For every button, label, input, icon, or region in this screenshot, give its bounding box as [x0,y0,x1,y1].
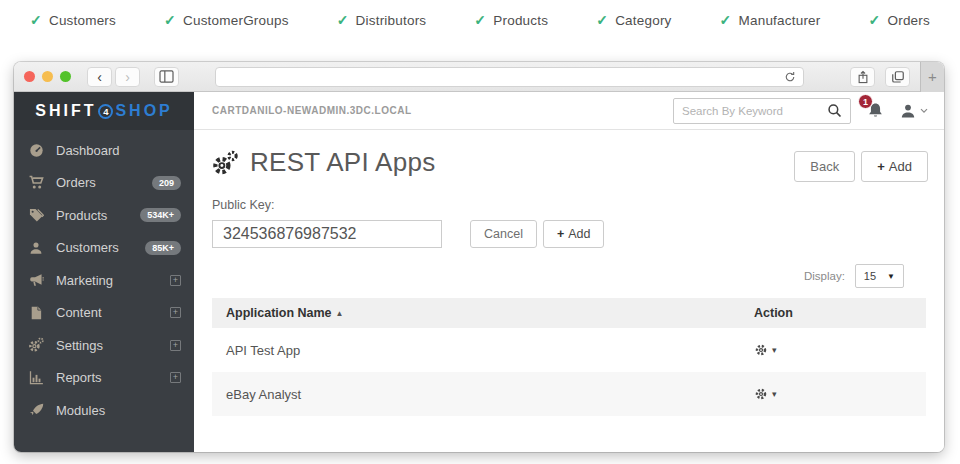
gear-icon [754,343,768,357]
notifications-button[interactable]: 1 [867,102,884,119]
sidebar-item-modules[interactable]: Modules [14,394,194,427]
check-icon: ✓ [164,12,176,28]
search-icon[interactable] [827,103,842,118]
check-icon: ✓ [30,12,42,28]
check-icon: ✓ [337,12,349,28]
entity-checklist-ribbon: ✓ Customers ✓ CustomerGroups ✓ Distribut… [0,0,960,40]
toolbar-right-buttons [850,67,910,87]
title-actions: Back +Add [794,151,928,182]
nav-buttons: ‹ › [87,67,140,87]
confirm-add-button[interactable]: +Add [543,220,605,248]
bar-chart-icon [27,370,45,385]
sidebar-item-label: Modules [56,403,181,418]
row-action-dropdown[interactable]: ▾ [754,343,926,357]
refresh-icon[interactable] [784,71,796,83]
main-panel: CARTDANILO-NEWADMIN.3DC.LOCAL 1 [194,92,944,452]
page-title-row: REST API Apps Back +Add [194,130,944,188]
header-right-cluster: 1 [673,98,928,124]
sidebar-item-label: Dashboard [56,143,181,158]
chevron-down-icon [920,108,928,114]
expand-plus-icon[interactable]: + [170,372,181,383]
cogs-title-icon [212,150,238,176]
expand-plus-icon[interactable]: + [170,275,181,286]
user-icon [27,241,45,255]
column-header-application-name[interactable]: Application Name ▲ [212,306,754,320]
cancel-button[interactable]: Cancel [470,220,537,248]
check-icon: ✓ [720,12,732,28]
products-count-badge: 534K+ [140,208,181,222]
sidebar-item-label: Content [56,305,159,320]
sidebar-item-marketing[interactable]: Marketing + [14,264,194,297]
ribbon-label: Products [493,13,548,28]
shift4shop-logo[interactable]: SHIFT 4 SHOP [14,92,194,130]
check-icon: ✓ [474,12,486,28]
sort-asc-icon: ▲ [336,309,344,318]
sidebar-item-settings[interactable]: Settings + [14,329,194,362]
public-key-input[interactable] [212,220,442,248]
plus-icon: + [557,227,564,241]
close-window-button[interactable] [24,71,35,82]
browser-window: ‹ › [14,62,944,452]
document-icon [27,306,45,320]
gear-icon [754,387,768,401]
sidebar-item-customers[interactable]: Customers 85K+ [14,232,194,265]
cart-icon [27,175,45,190]
sidebar-item-label: Products [56,208,129,223]
sidebar-item-products[interactable]: Products 534K+ [14,199,194,232]
zoom-window-button[interactable] [60,71,71,82]
back-button[interactable]: Back [794,151,855,182]
sidebar-item-content[interactable]: Content + [14,297,194,330]
forward-nav-button[interactable]: › [115,67,140,87]
tab-overview-button[interactable] [885,67,910,87]
sidebar-item-reports[interactable]: Reports + [14,362,194,395]
sidebar-toggle-button[interactable] [154,67,179,87]
page-title-group: REST API Apps [212,147,436,178]
ribbon-label: Manufacturer [739,13,821,28]
sidebar-item-label: Orders [56,175,141,190]
display-count-value: 15 [864,270,876,282]
check-icon: ✓ [869,12,881,28]
ribbon-item-category[interactable]: ✓ Category [596,12,671,28]
table-row[interactable]: eBay Analyst ▾ [212,372,926,416]
new-tab-button[interactable]: + [920,62,944,92]
ribbon-item-products[interactable]: ✓ Products [474,12,548,28]
sidebar: SHIFT 4 SHOP Dashboard [14,92,194,452]
customers-count-badge: 85K+ [145,241,181,255]
row-action-dropdown[interactable]: ▾ [754,387,926,401]
plus-icon: + [877,159,885,174]
orders-count-badge: 209 [152,176,181,190]
keyword-search-box[interactable] [673,98,851,124]
address-bar[interactable] [215,67,804,87]
public-key-buttons: Cancel +Add [470,220,604,248]
sidebar-item-label: Settings [56,338,159,353]
add-app-button[interactable]: +Add [861,151,928,182]
share-button[interactable] [850,67,875,87]
url-input[interactable] [223,71,784,83]
megaphone-icon [27,273,45,288]
public-key-label: Public Key: [212,198,926,212]
account-user-icon [900,103,916,119]
ribbon-label: Distributors [356,13,427,28]
dashboard-gauge-icon [27,143,45,158]
ribbon-item-orders[interactable]: ✓ Orders [869,12,930,28]
sidebar-item-dashboard[interactable]: Dashboard [14,134,194,167]
table-row[interactable]: API Test App ▾ [212,328,926,372]
minimize-window-button[interactable] [42,71,53,82]
check-icon: ✓ [596,12,608,28]
caret-down-icon: ▾ [772,345,777,355]
app-name-cell: eBay Analyst [212,387,754,402]
back-nav-button[interactable]: ‹ [87,67,112,87]
display-count-select[interactable]: 15 ▼ [855,264,904,288]
sidebar-item-orders[interactable]: Orders 209 [14,167,194,200]
ribbon-item-customers[interactable]: ✓ Customers [30,12,116,28]
display-label: Display: [804,270,845,282]
expand-plus-icon[interactable]: + [170,340,181,351]
admin-header: CARTDANILO-NEWADMIN.3DC.LOCAL 1 [194,92,944,130]
ribbon-item-customergroups[interactable]: ✓ CustomerGroups [164,12,289,28]
search-input[interactable] [682,105,821,117]
account-menu-button[interactable] [900,103,928,119]
logo-shift: SHIFT [35,102,96,120]
ribbon-item-manufacturer[interactable]: ✓ Manufacturer [720,12,821,28]
expand-plus-icon[interactable]: + [170,307,181,318]
ribbon-item-distributors[interactable]: ✓ Distributors [337,12,427,28]
